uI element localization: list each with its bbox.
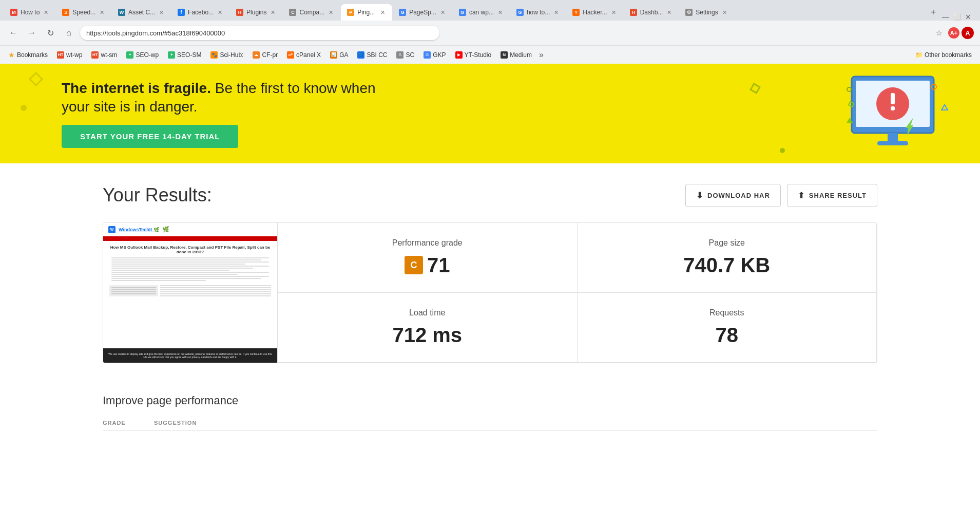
col-grade-header: GRADE bbox=[103, 420, 154, 426]
home-button[interactable]: ⌂ bbox=[62, 26, 76, 40]
svg-rect-6 bbox=[877, 141, 908, 145]
new-tab-button[interactable]: + bbox=[925, 4, 941, 21]
requests-cell: Requests 78 bbox=[578, 293, 877, 363]
browser-tab-tab-speed[interactable]: S Speed... ✕ bbox=[56, 4, 111, 21]
svg-marker-11 bbox=[941, 105, 948, 110]
minimize-button[interactable]: — bbox=[942, 13, 949, 21]
svg-point-12 bbox=[847, 87, 851, 91]
bookmark-star[interactable]: ★ Bookmarks bbox=[4, 49, 52, 61]
bookmark-scihub[interactable]: 🐾 Sci-Hub: bbox=[206, 49, 247, 61]
browser-tab-tab-pagesp[interactable]: G PageSp... ✕ bbox=[393, 4, 452, 21]
performance-grade-cell: Performance grade C 71 bbox=[278, 223, 578, 293]
performance-grade-value: 71 bbox=[427, 254, 450, 277]
address-bar: ← → ↻ ⌂ ☆ A+ A bbox=[0, 21, 980, 45]
grade-badge: C bbox=[405, 256, 423, 274]
improve-title: Improve page performance bbox=[103, 394, 877, 407]
folder-icon: 📁 bbox=[915, 51, 923, 59]
browser-tab-tab-plugins[interactable]: H Plugins ✕ bbox=[230, 4, 282, 21]
bookmark-sbicc[interactable]: 🔵 SBI CC bbox=[353, 49, 391, 61]
close-button[interactable]: ✕ bbox=[965, 13, 972, 21]
load-time-label: Load time bbox=[409, 308, 445, 317]
maximize-button[interactable]: ⬜ bbox=[953, 13, 960, 21]
browser-tab-tab-pingdom[interactable]: P Ping... ✕ bbox=[341, 4, 392, 21]
results-section: Your Results: ⬇ DOWNLOAD HAR ⬆ SHARE RES… bbox=[0, 163, 980, 384]
bookmark-medium[interactable]: M Medium bbox=[496, 49, 536, 61]
tab-bar: M How to ✕ S Speed... ✕ W Asset C... ✕ f… bbox=[0, 0, 980, 21]
banner-text: The internet is fragile. Be the first to… bbox=[21, 79, 380, 148]
other-bookmarks[interactable]: 📁 Other bookmarks bbox=[911, 49, 976, 61]
browser-tab-tab-facebook[interactable]: f Facebo... ✕ bbox=[171, 4, 229, 21]
download-har-button[interactable]: ⬇ DOWNLOAD HAR bbox=[685, 184, 781, 207]
bookmark-seo-sm[interactable]: ✦ SEO-SM bbox=[164, 49, 205, 61]
svg-rect-4 bbox=[891, 106, 895, 110]
site-preview: W WindowsTechIt 🌿 🌿 How MS Outlook Mail … bbox=[103, 223, 277, 363]
browser-tab-tab-canwp[interactable]: G can wp... ✕ bbox=[453, 4, 510, 21]
grade-row: C 71 bbox=[405, 254, 450, 277]
bookmark-yt[interactable]: ▶ YT-Studio bbox=[451, 49, 496, 61]
share-result-button[interactable]: ⬆ SHARE RESULT bbox=[787, 184, 877, 207]
browser-tab-tab-compa[interactable]: C Compa... ✕ bbox=[283, 4, 340, 21]
browser-tab-tab-how-to[interactable]: M How to ✕ bbox=[4, 4, 55, 21]
download-icon: ⬇ bbox=[696, 191, 703, 200]
browser-frame: M How to ✕ S Speed... ✕ W Asset C... ✕ f… bbox=[0, 0, 980, 64]
bookmark-gkp[interactable]: G GKP bbox=[419, 49, 450, 61]
col-suggestion-header: SUGGESTION bbox=[154, 420, 197, 426]
performance-grade-label: Performance grade bbox=[392, 238, 463, 248]
forward-button[interactable]: → bbox=[25, 26, 39, 40]
bookmark-wt-wp[interactable]: HT wt-wp bbox=[53, 49, 86, 61]
browser-tab-tab-settings[interactable]: ⚙ Settings ✕ bbox=[679, 4, 734, 21]
window-controls: — ⬜ ✕ bbox=[942, 13, 976, 21]
load-time-value: 712 ms bbox=[392, 324, 462, 347]
browser-tab-tab-hacker[interactable]: Y Hacker... ✕ bbox=[566, 4, 623, 21]
site-logo-text: WindowsTechIt 🌿 bbox=[119, 227, 159, 232]
load-time-cell: Load time 712 ms bbox=[278, 293, 578, 363]
bookmark-sc[interactable]: S SC bbox=[392, 49, 418, 61]
page-size-value: 740.7 KB bbox=[683, 254, 770, 277]
url-input[interactable] bbox=[80, 26, 439, 40]
results-grid: W WindowsTechIt 🌿 🌿 How MS Outlook Mail … bbox=[103, 222, 877, 363]
svg-rect-3 bbox=[891, 93, 895, 104]
results-header: Your Results: ⬇ DOWNLOAD HAR ⬆ SHARE RES… bbox=[103, 184, 877, 207]
results-title: Your Results: bbox=[103, 184, 685, 206]
bookmark-ga[interactable]: 📊 GA bbox=[326, 49, 352, 61]
page-size-label: Page size bbox=[709, 238, 745, 248]
bookmarks-bar: ★ Bookmarks HT wt-wp HT wt-sm ✦ SEO-wp ✦… bbox=[0, 45, 980, 64]
banner-cta-button[interactable]: START YOUR FREE 14-DAY TRIAL bbox=[62, 125, 238, 148]
promotional-banner: The internet is fragile. Be the first to… bbox=[0, 64, 980, 163]
reload-button[interactable]: ↻ bbox=[43, 26, 57, 40]
browser-tab-tab-howto2[interactable]: G how to... ✕ bbox=[510, 4, 566, 21]
page-size-cell: Page size 740.7 KB bbox=[578, 223, 877, 293]
site-screenshot-cell: W WindowsTechIt 🌿 🌿 How MS Outlook Mail … bbox=[103, 223, 278, 363]
svg-rect-5 bbox=[888, 133, 898, 142]
requests-label: Requests bbox=[709, 308, 744, 317]
site-article-title: How MS Outlook Mail Backup, Restore, Com… bbox=[109, 245, 271, 254]
banner-headline: The internet is fragile. Be the first to… bbox=[62, 79, 380, 117]
share-icon: ⬆ bbox=[798, 191, 805, 200]
bookmark-star-icon[interactable]: ☆ bbox=[932, 26, 946, 40]
results-actions: ⬇ DOWNLOAD HAR ⬆ SHARE RESULT bbox=[685, 184, 877, 207]
requests-value: 78 bbox=[716, 324, 739, 347]
bookmarks-more[interactable]: » bbox=[539, 50, 544, 60]
bookmark-cfpr[interactable]: ☁ CF-pr bbox=[248, 49, 282, 61]
bookmark-seo-wp[interactable]: ✦ SEO-wp bbox=[122, 49, 163, 61]
monitor-illustration bbox=[847, 71, 949, 161]
improve-table-header: GRADE SUGGESTION bbox=[103, 416, 877, 431]
profile-icon[interactable]: A bbox=[962, 27, 974, 39]
bookmark-wt-sm[interactable]: HT wt-sm bbox=[87, 49, 121, 61]
browser-tab-tab-dashbo[interactable]: H Dashb... ✕ bbox=[624, 4, 679, 21]
back-button[interactable]: ← bbox=[6, 26, 21, 40]
adblock-icon[interactable]: A+ bbox=[948, 27, 959, 39]
bookmark-cpanel[interactable]: cP cPanel X bbox=[283, 49, 325, 61]
page-content: The internet is fragile. Be the first to… bbox=[0, 64, 980, 441]
browser-tab-tab-asset[interactable]: W Asset C... ✕ bbox=[112, 4, 171, 21]
toolbar-icons: ☆ A+ A bbox=[932, 26, 974, 40]
improve-section: Improve page performance GRADE SUGGESTIO… bbox=[0, 384, 980, 441]
